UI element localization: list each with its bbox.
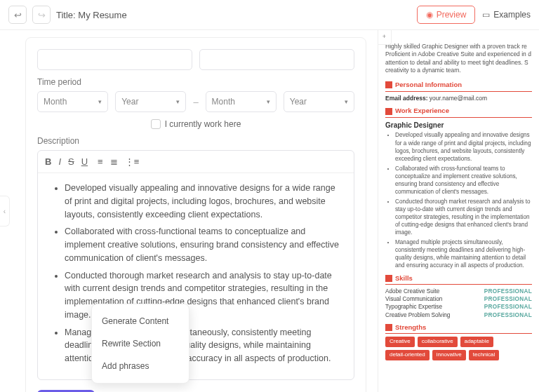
- editor-pane: ‹ Time period Month▾ Year▾ – Month▾ Year…: [0, 30, 378, 392]
- preview-heading-strengths: Strengths: [385, 323, 532, 334]
- square-icon: [385, 324, 392, 331]
- forward-button[interactable]: ↪: [32, 6, 51, 24]
- bullet-item: Collaborated with cross-functional teams…: [65, 225, 342, 264]
- chip: Creative: [385, 337, 415, 347]
- date-range-dash: –: [193, 97, 198, 107]
- start-month-select[interactable]: Month▾: [37, 91, 108, 112]
- end-month-select[interactable]: Month▾: [206, 91, 277, 112]
- book-icon: ▭: [482, 10, 490, 20]
- eye-icon: ◉: [426, 10, 433, 20]
- email-label: Email address:: [385, 95, 427, 102]
- indent-button[interactable]: ⋮≡: [125, 156, 140, 167]
- generate-content-option[interactable]: Generate Content: [92, 310, 189, 332]
- square-icon: [385, 108, 392, 115]
- document-title: Title: My Resume: [56, 10, 127, 20]
- chip: collaborative: [418, 337, 458, 347]
- description-label: Description: [37, 136, 354, 146]
- chip: detail-oriented: [385, 350, 430, 360]
- preview-job-title: Graphic Designer: [385, 121, 532, 130]
- time-period-label: Time period: [37, 77, 354, 87]
- preview-label: Preview: [437, 10, 467, 20]
- underline-button[interactable]: U: [81, 156, 88, 167]
- square-icon: [385, 81, 392, 88]
- square-icon: [385, 275, 392, 282]
- preview-bullet: Collaborated with cross-functional teams…: [395, 165, 532, 196]
- rte-toolbar: B I S U ≡ ≣ ⋮≡: [38, 151, 354, 173]
- examples-button[interactable]: ▭ Examples: [482, 10, 531, 20]
- add-tab-button[interactable]: +: [378, 30, 392, 45]
- email-value: your.name@mail.com: [430, 95, 487, 102]
- collapse-left-tab[interactable]: ‹: [0, 196, 10, 227]
- bold-button[interactable]: B: [45, 156, 51, 167]
- preview-bullet: Developed visually appealing and innovat…: [395, 131, 532, 162]
- strike-button[interactable]: S: [68, 156, 74, 167]
- ordered-list-button[interactable]: ≣: [110, 156, 118, 167]
- add-phrases-option[interactable]: Add phrases: [92, 355, 189, 377]
- bullet-item: Developed visually appealing and innovat…: [65, 182, 342, 221]
- examples-label: Examples: [493, 10, 531, 20]
- preview-button[interactable]: ◉ Preview: [417, 6, 476, 24]
- strength-chips: Creative collaborative adaptable detail-…: [385, 337, 532, 360]
- rte-body[interactable]: Developed visually appealing and innovat…: [38, 173, 354, 379]
- preview-heading-skills: Skills: [385, 274, 532, 285]
- start-year-select[interactable]: Year▾: [115, 91, 186, 112]
- italic-button[interactable]: I: [58, 156, 61, 167]
- rewrite-section-option[interactable]: Rewrite Section: [92, 332, 189, 355]
- rich-text-editor: B I S U ≡ ≣ ⋮≡ Developed vis: [37, 150, 354, 380]
- chip: innovative: [432, 350, 466, 360]
- chip: adaptable: [460, 337, 493, 347]
- ai-writer-menu: Generate Content Rewrite Section Add phr…: [91, 304, 189, 384]
- resume-preview: + Highly skilled Graphic Designer with a…: [378, 30, 539, 392]
- topbar: ↩ ↪ Title: My Resume ◉ Preview ▭ Example…: [0, 0, 539, 30]
- currently-work-checkbox[interactable]: [151, 119, 161, 129]
- preview-bullet: Conducted thorough market research and a…: [395, 198, 532, 236]
- preview-heading-personal: Personal Information: [385, 81, 532, 92]
- back-button[interactable]: ↩: [8, 6, 27, 24]
- list-button[interactable]: ≡: [98, 156, 103, 167]
- chip: technical: [469, 350, 500, 360]
- preview-heading-work: Work Experience: [385, 107, 532, 118]
- end-year-select[interactable]: Year▾: [284, 91, 354, 112]
- work-experience-card: Time period Month▾ Year▾ – Month▾ Year▾ …: [25, 37, 366, 392]
- currently-work-label: I currently work here: [165, 119, 241, 129]
- company-input[interactable]: [199, 49, 354, 70]
- job-title-input[interactable]: [37, 49, 192, 70]
- preview-summary: Highly skilled Graphic Designer with a p…: [385, 43, 532, 75]
- preview-bullet: Managed multiple projects simultaneously…: [395, 238, 532, 269]
